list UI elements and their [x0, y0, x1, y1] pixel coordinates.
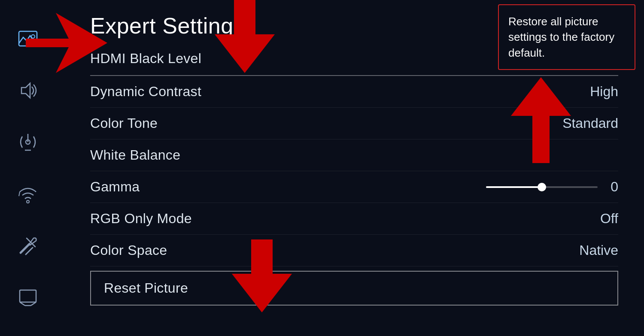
setting-row-dynamic-contrast[interactable]: Dynamic Contrast High: [90, 76, 618, 108]
network-icon: [17, 183, 39, 205]
color-space-value: Native: [579, 242, 618, 258]
dynamic-contrast-label: Dynamic Contrast: [90, 84, 201, 100]
svg-point-6: [27, 200, 29, 203]
settings-list: HDMI Black Level Auto Dynamic Contrast H…: [90, 43, 618, 306]
sidebar-item-tools[interactable]: [13, 230, 43, 260]
gamma-control: 0: [486, 179, 618, 195]
setting-row-gamma[interactable]: Gamma 0: [90, 171, 618, 203]
tooltip-box: Restore all picture settings to the fact…: [498, 4, 635, 70]
svg-point-1: [31, 35, 35, 38]
svg-marker-2: [21, 83, 30, 98]
gamma-thumb: [538, 183, 546, 191]
setting-row-color-tone[interactable]: Color Tone Standard: [90, 108, 618, 139]
sound-icon: [17, 80, 39, 101]
svg-line-7: [19, 192, 20, 196]
rgb-only-mode-value: Off: [600, 211, 618, 227]
sidebar-item-broadcast[interactable]: [13, 127, 43, 157]
sidebar: [0, 0, 56, 336]
gamma-track-fill: [486, 186, 542, 188]
setting-row-reset-picture[interactable]: Reset Picture: [90, 271, 618, 306]
setting-row-color-space[interactable]: Color Space Native: [90, 235, 618, 266]
sidebar-item-network[interactable]: [13, 179, 43, 209]
picture-icon: [17, 28, 39, 49]
setting-row-rgb-only-mode[interactable]: RGB Only Mode Off: [90, 203, 618, 235]
help-icon: [17, 287, 39, 308]
white-balance-label: White Balance: [90, 147, 180, 163]
sidebar-item-help[interactable]: [13, 282, 43, 312]
color-space-label: Color Space: [90, 242, 167, 258]
sidebar-item-picture[interactable]: [13, 24, 43, 54]
sidebar-item-sound[interactable]: [13, 76, 43, 106]
gamma-value: 0: [611, 179, 618, 195]
tooltip-text: Restore all picture settings to the fact…: [508, 15, 614, 59]
rgb-only-mode-label: RGB Only Mode: [90, 211, 192, 227]
tools-icon: [17, 235, 39, 256]
broadcast-icon: [17, 131, 39, 153]
reset-picture-label: Reset Picture: [104, 280, 188, 296]
color-tone-label: Color Tone: [90, 115, 158, 131]
hdmi-black-level-label: HDMI Black Level: [90, 51, 201, 67]
svg-rect-11: [20, 290, 36, 302]
color-tone-value: Standard: [562, 115, 618, 131]
gamma-slider[interactable]: [486, 186, 598, 188]
gamma-label: Gamma: [90, 179, 140, 195]
svg-line-9: [26, 248, 33, 254]
dynamic-contrast-value: High: [590, 84, 618, 100]
setting-row-white-balance[interactable]: White Balance: [90, 139, 618, 171]
